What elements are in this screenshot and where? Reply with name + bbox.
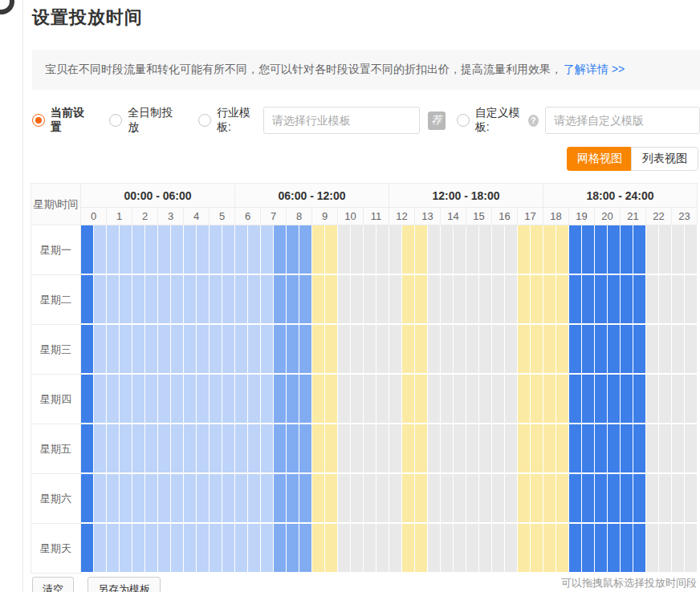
industry-template-input[interactable] [263,107,420,134]
time-cell[interactable] [646,474,659,524]
time-cell[interactable] [197,474,210,524]
time-cell[interactable] [543,424,556,474]
time-cell[interactable] [685,474,698,524]
time-cell[interactable] [569,275,582,325]
time-cell[interactable] [672,325,685,375]
time-cell[interactable] [608,375,621,424]
time-cell[interactable] [428,225,441,275]
time-cell[interactable] [441,474,454,524]
time-cell[interactable] [184,474,197,524]
time-cell[interactable] [261,275,274,325]
time-cell[interactable] [158,325,171,375]
time-cell[interactable] [158,275,171,325]
time-cell[interactable] [325,325,338,375]
time-cell[interactable] [132,225,145,275]
time-cell[interactable] [171,225,184,275]
time-cell[interactable] [428,524,441,574]
time-cell[interactable] [120,225,132,275]
time-cell[interactable] [338,225,351,275]
time-cell[interactable] [261,325,274,375]
radio-current-settings[interactable]: 当前设置 [32,106,88,135]
time-cell[interactable] [222,375,235,424]
time-cell[interactable] [415,524,428,574]
time-cell[interactable] [81,524,94,574]
time-cell[interactable] [210,474,222,524]
time-cell[interactable] [248,524,261,574]
time-cell[interactable] [248,275,261,325]
time-cell[interactable] [518,524,531,574]
time-cell[interactable] [466,225,479,275]
time-cell[interactable] [582,325,595,375]
time-cell[interactable] [389,474,402,524]
time-cell[interactable] [621,275,633,325]
time-cell[interactable] [505,275,518,325]
time-cell[interactable] [287,524,299,574]
time-cell[interactable] [518,325,531,375]
time-cell[interactable] [235,275,248,325]
time-cell[interactable] [659,225,672,275]
time-cell[interactable] [646,225,659,275]
time-cell[interactable] [81,474,94,524]
time-cell[interactable] [556,424,569,474]
time-cell[interactable] [633,474,646,524]
time-cell[interactable] [287,325,299,375]
time-cell[interactable] [351,375,364,424]
time-cell[interactable] [274,424,287,474]
time-cell[interactable] [672,275,685,325]
time-cell[interactable] [582,424,595,474]
time-cell[interactable] [543,325,556,375]
time-cell[interactable] [454,275,466,325]
time-cell[interactable] [402,524,415,574]
time-cell[interactable] [81,225,94,275]
time-cell[interactable] [543,474,556,524]
time-cell[interactable] [222,225,235,275]
time-cell[interactable] [479,474,492,524]
time-cell[interactable] [582,225,595,275]
time-cell[interactable] [158,225,171,275]
time-cell[interactable] [325,225,338,275]
time-cell[interactable] [312,375,325,424]
time-cell[interactable] [81,375,94,424]
time-cell[interactable] [312,275,325,325]
time-cell[interactable] [402,375,415,424]
time-cell[interactable] [184,225,197,275]
time-cell[interactable] [569,524,582,574]
time-cell[interactable] [415,424,428,474]
time-cell[interactable] [132,275,145,325]
time-cell[interactable] [235,225,248,275]
time-cell[interactable] [608,424,621,474]
time-cell[interactable] [338,275,351,325]
time-cell[interactable] [466,375,479,424]
time-cell[interactable] [608,474,621,524]
time-cell[interactable] [518,225,531,275]
time-cell[interactable] [621,474,633,524]
time-cell[interactable] [145,474,158,524]
time-cell[interactable] [685,375,698,424]
time-cell[interactable] [299,524,312,574]
time-cell[interactable] [351,524,364,574]
time-cell[interactable] [492,275,505,325]
time-cell[interactable] [685,524,698,574]
time-cell[interactable] [582,524,595,574]
time-cell[interactable] [81,275,94,325]
time-cell[interactable] [518,375,531,424]
time-cell[interactable] [556,375,569,424]
time-cell[interactable] [325,524,338,574]
time-cell[interactable] [235,424,248,474]
time-cell[interactable] [492,474,505,524]
time-cell[interactable] [120,325,132,375]
time-cell[interactable] [132,375,145,424]
time-cell[interactable] [158,524,171,574]
time-cell[interactable] [299,424,312,474]
time-cell[interactable] [287,375,299,424]
time-cell[interactable] [479,424,492,474]
time-cell[interactable] [531,524,543,574]
time-cell[interactable] [145,424,158,474]
time-cell[interactable] [659,474,672,524]
time-cell[interactable] [351,225,364,275]
time-cell[interactable] [94,424,107,474]
time-cell[interactable] [389,325,402,375]
time-cell[interactable] [428,474,441,524]
time-cell[interactable] [531,424,543,474]
time-cell[interactable] [197,524,210,574]
